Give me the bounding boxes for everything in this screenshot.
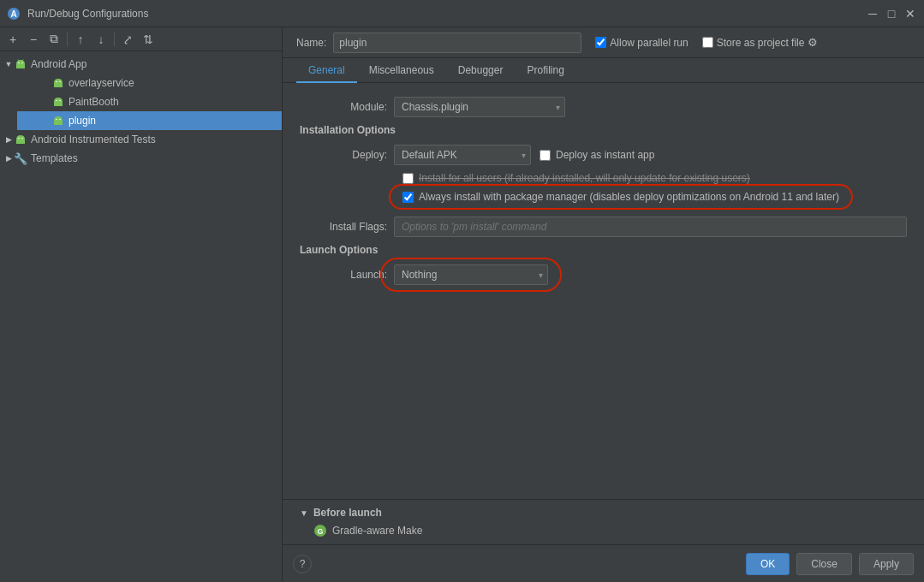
- overlayservice-icon: [51, 76, 65, 90]
- store-project-checkbox[interactable]: [702, 37, 713, 48]
- app-icon: A: [7, 7, 21, 21]
- module-select[interactable]: Chassis.plugin: [394, 97, 565, 117]
- svg-point-14: [18, 138, 20, 140]
- gradle-icon: G: [313, 524, 327, 537]
- move-down-button[interactable]: ↓: [92, 30, 110, 49]
- android-app-label: Android App: [31, 58, 86, 70]
- launch-select-wrapper: Nothing Default Activity Specified Activ…: [394, 264, 548, 285]
- tab-miscellaneous[interactable]: Miscellaneous: [357, 59, 446, 83]
- deploy-label: Deploy:: [300, 149, 394, 161]
- deploy-instant-text: Deploy as instant app: [556, 149, 654, 161]
- apply-button[interactable]: Apply: [859, 553, 914, 575]
- launch-label: Launch:: [300, 269, 394, 281]
- templates-label: Templates: [31, 152, 78, 164]
- sort-button[interactable]: ⇅: [139, 30, 158, 49]
- tab-general[interactable]: General: [296, 59, 357, 83]
- move-up-button[interactable]: ↑: [71, 30, 90, 49]
- tab-profiling[interactable]: Profiling: [515, 59, 575, 83]
- config-header: Name: Allow parallel run Store as projec…: [283, 27, 924, 58]
- install-flags-row: Install Flags:: [300, 217, 907, 237]
- parallel-run-checkbox[interactable]: [595, 37, 606, 48]
- maximize-button[interactable]: □: [885, 7, 898, 21]
- tree-item-android-app[interactable]: ▼ Android App: [0, 55, 282, 74]
- expand-arrow-templates: ▶: [3, 153, 14, 163]
- svg-point-8: [56, 81, 57, 83]
- close-button[interactable]: ✕: [903, 7, 917, 21]
- tree-item-paintbooth[interactable]: PaintBooth: [17, 92, 282, 111]
- plugin-icon: [51, 114, 65, 128]
- deploy-instant-checkbox[interactable]: [539, 150, 551, 161]
- window-title: Run/Debug Configurations: [27, 8, 148, 20]
- store-project-option: Store as project file ⚙: [702, 36, 819, 49]
- svg-point-4: [18, 62, 20, 64]
- svg-point-5: [21, 62, 23, 64]
- always-install-checkbox[interactable]: [402, 192, 414, 203]
- right-panel: Name: Allow parallel run Store as projec…: [283, 27, 924, 582]
- launch-row: Launch: Nothing Default Activity Specifi…: [300, 264, 907, 285]
- install-all-users-label: Install for all users (if already instal…: [419, 172, 750, 184]
- svg-point-12: [56, 119, 57, 121]
- android-tests-label: Android Instrumented Tests: [31, 134, 156, 146]
- bottom-bar: ? OK Close Apply: [283, 544, 924, 582]
- run-debug-configurations-dialog: A Run/Debug Configurations ─ □ ✕ + − ⧉ ↑…: [0, 0, 924, 582]
- gradle-aware-make-item: G Gradle-aware Make: [313, 524, 907, 537]
- arrow-placeholder: [41, 78, 51, 88]
- name-input[interactable]: [333, 33, 581, 53]
- install-flags-input[interactable]: [394, 217, 907, 237]
- install-all-users-checkbox[interactable]: [402, 173, 414, 184]
- ok-button[interactable]: OK: [746, 553, 790, 575]
- deploy-select[interactable]: Default APK: [394, 145, 531, 165]
- launch-options-label: Launch Options: [300, 244, 907, 256]
- left-toolbar: + − ⧉ ↑ ↓ ⤤ ⇅: [0, 27, 282, 51]
- module-row: Module: Chassis.plugin ▾: [300, 97, 907, 117]
- expand-arrow-android-app: ▼: [3, 59, 14, 69]
- always-install-label: Always install with package manager (dis…: [419, 191, 839, 203]
- store-project-label: Store as project file: [717, 37, 805, 49]
- tree-item-plugin[interactable]: plugin: [17, 111, 282, 130]
- before-launch-header: ▼ Before launch: [300, 507, 907, 519]
- minimize-button[interactable]: ─: [866, 7, 879, 21]
- parallel-run-option: Allow parallel run: [595, 37, 688, 49]
- svg-rect-3: [22, 64, 24, 67]
- svg-text:G: G: [317, 527, 323, 536]
- main-content: + − ⧉ ↑ ↓ ⤤ ⇅ ▼: [0, 27, 924, 582]
- titlebar-controls: ─ □ ✕: [866, 7, 917, 21]
- config-content: Module: Chassis.plugin ▾ Installation Op…: [283, 83, 924, 499]
- config-tabs: General Miscellaneous Debugger Profiling: [283, 58, 924, 83]
- settings-gear-icon[interactable]: ⚙: [808, 36, 818, 49]
- deploy-instant-label: Deploy as instant app: [539, 149, 654, 161]
- share-button[interactable]: ⤤: [118, 30, 137, 49]
- parallel-run-label: Allow parallel run: [610, 37, 688, 49]
- titlebar: A Run/Debug Configurations ─ □ ✕: [0, 0, 924, 27]
- close-dialog-button[interactable]: Close: [796, 553, 852, 575]
- help-button[interactable]: ?: [293, 555, 312, 573]
- overlayservice-label: overlayservice: [69, 77, 134, 89]
- install-all-users-row: Install for all users (if already instal…: [402, 172, 907, 184]
- config-tree: ▼ Android App: [0, 51, 282, 582]
- tree-item-templates[interactable]: ▶ 🔧 Templates: [0, 149, 282, 168]
- tree-item-overlayservice[interactable]: overlayservice: [17, 74, 282, 92]
- before-launch-section: ▼ Before launch G Gradle-aware Make: [283, 499, 924, 544]
- deploy-row: Deploy: Default APK ▾ Deploy as instant …: [300, 145, 907, 165]
- name-label: Name:: [296, 37, 326, 49]
- module-select-wrapper: Chassis.plugin ▾: [394, 97, 565, 117]
- remove-config-button[interactable]: −: [24, 30, 43, 49]
- svg-point-13: [59, 119, 61, 121]
- plugin-label: plugin: [69, 115, 96, 127]
- svg-point-15: [21, 138, 23, 140]
- templates-icon: 🔧: [14, 151, 27, 165]
- add-config-button[interactable]: +: [3, 30, 22, 49]
- installation-options-label: Installation Options: [300, 124, 907, 136]
- android-app-icon: [14, 57, 27, 71]
- left-panel: + − ⧉ ↑ ↓ ⤤ ⇅ ▼: [0, 27, 283, 582]
- copy-config-button[interactable]: ⧉: [45, 30, 63, 49]
- launch-select[interactable]: Nothing Default Activity Specified Activ…: [394, 264, 548, 285]
- svg-point-11: [59, 100, 61, 102]
- install-flags-label: Install Flags:: [300, 221, 394, 233]
- always-install-row: Always install with package manager (dis…: [402, 191, 839, 203]
- arrow-placeholder-2: [41, 97, 51, 107]
- tab-debugger[interactable]: Debugger: [446, 59, 516, 83]
- arrow-placeholder-3: [41, 116, 51, 126]
- help-area: ?: [293, 555, 312, 573]
- tree-item-android-instrumented-tests[interactable]: ▶ Android Instrumented Tests: [0, 130, 282, 149]
